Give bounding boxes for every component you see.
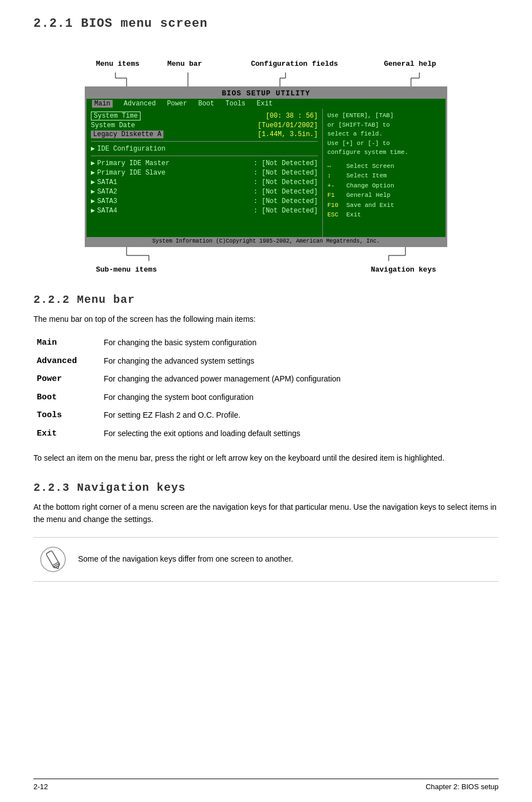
label-menu-bar: Menu bar	[167, 60, 202, 68]
nav-key-f1: F1	[327, 191, 344, 201]
bios-row-system-time: System Time [00: 38 : 56]	[91, 111, 318, 121]
nav-key-plusminus: +-	[327, 181, 344, 191]
sata1-value: : [Not Detected]	[254, 178, 318, 186]
bios-ide-config: ▶ IDE Configuration	[91, 144, 318, 153]
system-time-value: [00: 38 : 56]	[265, 112, 318, 120]
section-222: 2.2.2 Menu bar The menu bar on top of th…	[33, 293, 499, 465]
section-223-heading: 2.2.3 Navigation keys	[33, 481, 499, 494]
bios-title-bar: BIOS SETUP UTILITY	[86, 88, 446, 99]
menu-desc-exit: For selecting the exit options and loadi…	[100, 425, 499, 443]
sata3-label: SATA3	[97, 197, 117, 205]
table-row: Boot For changing the system boot config…	[33, 389, 499, 407]
section-221-heading: 2.2.1 BIOS menu screen	[33, 17, 499, 31]
system-date-label: System Date	[91, 122, 135, 129]
bios-menu-main[interactable]: Main	[92, 100, 113, 108]
page-footer: 2-12 Chapter 2: BIOS setup	[33, 779, 499, 791]
connector-lines	[85, 73, 447, 86]
bios-menu-power[interactable]: Power	[167, 100, 187, 108]
menu-name-advanced: Advanced	[33, 352, 100, 371]
sata4-value: : [Not Detected]	[254, 207, 318, 215]
bios-bottom-bar: System Information (C)Copyright 1985-200…	[86, 237, 446, 245]
bios-menu-bar[interactable]: Main Advanced Power Boot Tools Exit	[86, 99, 446, 109]
menu-desc-boot: For changing the system boot configurati…	[100, 389, 499, 407]
system-time-label: System Time	[91, 112, 141, 120]
bios-row-system-date: System Date [Tue01/01/2002]	[91, 121, 318, 130]
label-config-fields: Configuration fields	[251, 60, 338, 68]
page-content: 2.2.1 BIOS menu screen Menu items Menu b…	[33, 17, 499, 582]
primary-slave-arrow: ▶	[91, 168, 95, 177]
bios-nav-row-esc: ESC Exit	[327, 210, 441, 220]
sata3-arrow: ▶	[91, 197, 95, 205]
ide-arrow-icon: ▶	[91, 144, 95, 153]
legacy-diskette-value: [1.44M, 3.5in.]	[258, 131, 318, 138]
nav-desc-screen: Select Screen	[346, 162, 394, 172]
nav-key-f10: F10	[327, 201, 344, 211]
primary-slave-value: : [Not Detected]	[254, 169, 318, 177]
bios-menu-advanced[interactable]: Advanced	[124, 100, 156, 108]
table-row: Main For changing the basic system confi…	[33, 334, 499, 352]
bios-sata1: ▶ SATA1 : [Not Detected]	[91, 177, 318, 187]
below-labels: Sub-menu items Navigation keys	[85, 265, 447, 274]
bios-primary-ide-master: ▶ Primary IDE Master : [Not Detected]	[91, 158, 318, 168]
sata2-arrow: ▶	[91, 187, 95, 196]
section-222-intro: The menu bar on top of the screen has th…	[33, 313, 499, 325]
note-icon	[39, 545, 67, 573]
nav-desc-option: Change Option	[346, 181, 394, 191]
bios-menu-tools[interactable]: Tools	[225, 100, 245, 108]
menu-desc-main: For changing the basic system configurat…	[100, 334, 499, 352]
pencil-icon	[39, 545, 67, 573]
table-row: Power For changing the advanced power ma…	[33, 370, 499, 389]
bios-menu-exit[interactable]: Exit	[257, 100, 273, 108]
bios-diagram: Menu items Menu bar Configuration fields…	[33, 42, 499, 274]
menu-desc-advanced: For changing the advanced system setting…	[100, 352, 499, 371]
bios-nav-section: ↔ Select Screen ↕ Select Item +- Change …	[327, 162, 441, 221]
sata1-arrow: ▶	[91, 178, 95, 186]
nav-desc-help: General Help	[346, 191, 390, 201]
bios-left-panel: System Time [00: 38 : 56] System Date [T…	[86, 109, 323, 237]
bios-row-legacy: Legacy Diskette A [1.44M, 3.5in.]	[91, 130, 318, 139]
sata4-arrow: ▶	[91, 206, 95, 215]
footer-page-number: 2-12	[33, 782, 48, 791]
label-menu-items: Menu items	[96, 60, 139, 68]
bios-help-text: Use [ENTER], [TAB] or [SHIFT-TAB] to sel…	[327, 111, 441, 157]
bios-divider-1	[91, 141, 318, 142]
bios-primary-ide-slave: ▶ Primary IDE Slave : [Not Detected]	[91, 168, 318, 177]
section-223: 2.2.3 Navigation keys At the bottom righ…	[33, 481, 499, 582]
bios-divider-2	[91, 156, 318, 156]
nav-key-esc: ESC	[327, 210, 344, 220]
menu-desc-tools: For setting EZ Flash 2 and O.C. Profile.	[100, 407, 499, 425]
menu-name-boot: Boot	[33, 389, 100, 407]
below-connector-lines	[85, 247, 447, 261]
primary-master-arrow: ▶	[91, 159, 95, 167]
sata4-label: SATA4	[97, 207, 117, 215]
sata2-label: SATA2	[97, 188, 117, 196]
label-sub-menu-items: Sub-menu items	[96, 265, 157, 274]
bios-screen: BIOS SETUP UTILITY Main Advanced Power B…	[85, 86, 447, 247]
bios-sata2: ▶ SATA2 : [Not Detected]	[91, 187, 318, 196]
bios-sata4: ▶ SATA4 : [Not Detected]	[91, 206, 318, 215]
bios-nav-row-arrows: ↔ Select Screen	[327, 162, 441, 172]
nav-desc-save: Save and Exit	[346, 201, 394, 211]
table-row: Advanced For changing the advanced syste…	[33, 352, 499, 371]
label-general-help: General help	[384, 60, 436, 68]
section-222-note: To select an item on the menu bar, press…	[33, 452, 499, 464]
bios-menu-boot[interactable]: Boot	[198, 100, 214, 108]
table-row: Exit For selecting the exit options and …	[33, 425, 499, 443]
bios-nav-row-f10: F10 Save and Exit	[327, 201, 441, 211]
table-row: Tools For setting EZ Flash 2 and O.C. Pr…	[33, 407, 499, 425]
system-date-value: [Tue01/01/2002]	[258, 122, 318, 129]
note-box: Some of the navigation keys differ from …	[33, 537, 499, 582]
ide-config-label: IDE Configuration	[97, 145, 165, 153]
svg-point-16	[41, 547, 65, 572]
bios-sata3: ▶ SATA3 : [Not Detected]	[91, 196, 318, 206]
sata2-value: : [Not Detected]	[254, 188, 318, 196]
footer-chapter: Chapter 2: BIOS setup	[425, 782, 499, 791]
primary-master-value: : [Not Detected]	[254, 160, 318, 167]
nav-key-updown: ↕	[327, 171, 344, 181]
section-222-heading: 2.2.2 Menu bar	[33, 293, 499, 306]
nav-key-arrows: ↔	[327, 162, 344, 172]
menu-name-tools: Tools	[33, 407, 100, 425]
bios-nav-row-f1: F1 General Help	[327, 191, 441, 201]
menu-desc-power: For changing the advanced power manageme…	[100, 370, 499, 389]
label-navigation-keys: Navigation keys	[371, 265, 436, 274]
